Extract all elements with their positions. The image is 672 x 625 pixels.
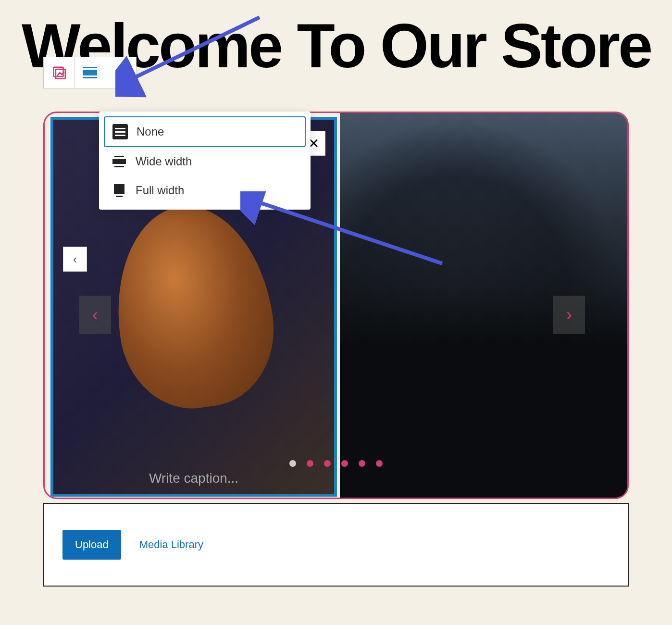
- gallery-icon: [51, 64, 67, 81]
- align-wide-icon: [112, 154, 127, 169]
- align-none-icon: [112, 124, 128, 139]
- alignment-icon: [83, 67, 97, 78]
- alignment-button[interactable]: [75, 57, 105, 88]
- carousel-editor-prev-button[interactable]: ‹: [63, 247, 87, 272]
- caption-input-placeholder[interactable]: Write caption...: [149, 471, 238, 486]
- align-full-icon: [112, 183, 127, 198]
- alignment-option-label: Full width: [136, 184, 184, 197]
- alignment-option-label: Wide width: [136, 155, 192, 168]
- alignment-option-none[interactable]: None: [104, 116, 306, 147]
- carousel-dot[interactable]: [341, 460, 348, 467]
- carousel-dot[interactable]: [289, 460, 296, 467]
- media-upload-panel: Upload Media Library: [43, 503, 629, 587]
- more-options-button[interactable]: [105, 57, 136, 88]
- product-image-loafers: [103, 196, 284, 417]
- carousel-prev-arrow[interactable]: ‹: [79, 296, 111, 334]
- more-vertical-icon: [120, 67, 122, 79]
- alignment-option-wide[interactable]: Wide width: [104, 147, 306, 176]
- alignment-option-full[interactable]: Full width: [104, 176, 306, 205]
- gallery-slide-right[interactable]: [340, 113, 629, 499]
- carousel-pagination-dots: [289, 460, 383, 467]
- carousel-next-arrow[interactable]: ›: [553, 296, 585, 334]
- carousel-dot[interactable]: [359, 460, 365, 467]
- product-image-boots: [340, 113, 629, 499]
- gallery-block-button[interactable]: [44, 57, 75, 88]
- media-library-link[interactable]: Media Library: [139, 538, 203, 551]
- carousel-dot[interactable]: [376, 460, 383, 467]
- block-toolbar: [43, 57, 137, 88]
- carousel-dot[interactable]: [307, 460, 313, 467]
- alignment-dropdown-menu: None Wide width Full width: [99, 112, 311, 210]
- carousel-dot[interactable]: [324, 460, 331, 467]
- alignment-option-label: None: [137, 125, 164, 138]
- upload-button[interactable]: Upload: [62, 530, 121, 560]
